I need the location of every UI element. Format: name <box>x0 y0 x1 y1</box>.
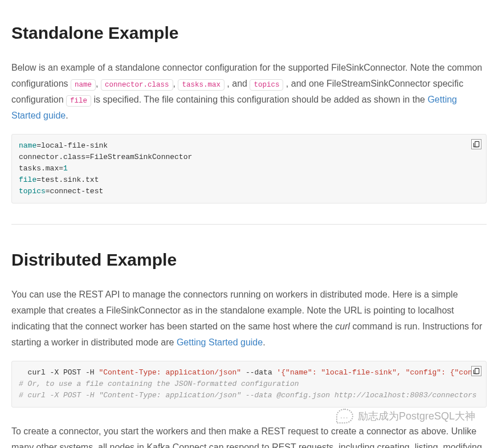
distributed-heading: Distributed Example <box>11 245 487 275</box>
standalone-code-block: name=local-file-sink connector.class=Fil… <box>11 134 487 204</box>
config-tasks-max: tasks.max <box>178 79 224 91</box>
watermark-text: 励志成为PostgreSQL大神 <box>358 408 475 426</box>
curl-em: curl <box>335 321 350 331</box>
clipboard-icon <box>472 367 480 375</box>
config-file: file <box>66 95 91 107</box>
code-content: name=local-file-sink connector.class=Fil… <box>19 140 479 198</box>
standalone-intro: Below is an example of a standalone conn… <box>11 60 487 124</box>
text: is specified. The file containing this c… <box>94 95 428 104</box>
text: To create a connector, you start the wor… <box>11 426 484 448</box>
chat-bubble-icon <box>336 409 353 423</box>
distributed-outro: To create a connector, you start the wor… <box>11 423 487 448</box>
config-connector-class: connector.class <box>101 79 173 91</box>
svg-rect-0 <box>475 141 479 146</box>
text: , <box>96 79 101 88</box>
text: . <box>263 337 265 347</box>
distributed-code-block: curl -X POST -H "Content-Type: applicati… <box>11 361 487 408</box>
clipboard-icon <box>472 140 480 148</box>
standalone-heading: Standalone Example <box>11 18 487 48</box>
copy-button[interactable] <box>471 139 481 149</box>
section-divider <box>11 224 487 225</box>
copy-button[interactable] <box>471 366 481 376</box>
svg-rect-1 <box>475 368 479 373</box>
watermark: 励志成为PostgreSQL大神 <box>336 408 475 426</box>
getting-started-link-2[interactable]: Getting Started guide <box>177 337 263 347</box>
text: , and <box>227 79 250 88</box>
text: . <box>66 111 68 120</box>
config-topics: topics <box>250 79 283 91</box>
code-content[interactable]: curl -X POST -H "Content-Type: applicati… <box>19 367 479 401</box>
distributed-intro: You can use the REST API to manage the c… <box>11 287 487 351</box>
config-name: name <box>71 79 96 91</box>
